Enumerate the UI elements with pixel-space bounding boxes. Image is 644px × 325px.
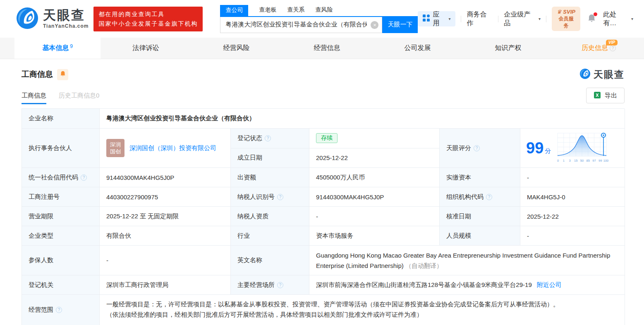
export-button[interactable]: 导出 (586, 88, 625, 103)
apps-menu[interactable]: 应用 ▾ (418, 11, 455, 26)
svg-text:50: 50 (580, 159, 584, 162)
clear-search-icon[interactable]: × (371, 21, 378, 29)
company-type-value: 有限合伙 (100, 226, 231, 246)
svg-text:3: 3 (569, 159, 571, 162)
apps-grid-icon (423, 14, 430, 23)
brand-domain: TianYanCha.com (43, 23, 89, 29)
tianyancha-logo[interactable]: 天眼查 TianYanCha.com (16, 7, 89, 31)
user-account-menu[interactable]: 此处有… ▾ (603, 10, 633, 28)
industry-label: 行业 (231, 226, 309, 246)
registration-authority-value: 深圳市工商行政管理局 (100, 275, 231, 295)
vip-badge: VIP (606, 40, 618, 45)
svip-service-label: 会员服务 (556, 15, 576, 29)
chevron-down-icon: ▾ (631, 17, 633, 21)
svg-text:99: 99 (599, 159, 602, 162)
company-nav-tabs: 基本信息 9 法律诉讼 经营风险 经营信息 公司发展 知识产权 VIP 历史信息… (0, 38, 644, 59)
help-icon[interactable]: ? (486, 194, 492, 200)
company-type-label: 企业类型 (22, 226, 100, 246)
score-unit: 分 (545, 147, 551, 155)
nearby-companies-link[interactable]: 附近公司 (537, 281, 562, 289)
english-name-value: Guangdong Hong Kong Macao Greater Bay Ar… (309, 246, 625, 275)
english-name-text: Guangdong Hong Kong Macao Greater Bay Ar… (316, 252, 610, 269)
capital-value: 4505000万人民币 (309, 168, 440, 187)
excel-icon (594, 91, 601, 100)
tab-basic-info-count: 9 (70, 43, 73, 49)
business-scope-line2: （依法须经批准的项目，经相关部门批准后方可开展经营活动，具体经营项目以相关部门批… (106, 309, 618, 320)
credit-code-label-text: 统一社会信用代码 (29, 174, 78, 182)
approval-date-label: 核准日期 (440, 207, 520, 226)
search-tab-boss[interactable]: 查老板 (259, 6, 276, 16)
section-title: 工商信息 (22, 69, 53, 80)
svg-text:97: 97 (593, 159, 596, 162)
tab-intellectual-property[interactable]: 知识产权 (463, 38, 553, 59)
company-name-label: 企业名称 (22, 109, 100, 129)
score-number: 99 (526, 140, 543, 156)
user-account-label: 此处有… (603, 10, 629, 28)
enterprise-products-menu[interactable]: 企业级产品 ▾ (504, 10, 541, 28)
org-code-value: MAK4HG5J-0 (520, 187, 625, 207)
header-actions: 应用 ▾ 商务合作 企业级产品 ▾ ♛ SVIP 会员服务 此处有… ▾ (418, 7, 644, 31)
subtab-history-count: 0 (96, 92, 99, 99)
svip-member-button[interactable]: ♛ SVIP 会员服务 (552, 7, 580, 31)
tab-company-development[interactable]: 公司发展 (372, 38, 463, 59)
help-icon[interactable]: ? (610, 45, 616, 51)
alert-bell-icon (60, 71, 66, 79)
tab-legal-proceedings[interactable]: 法律诉讼 (101, 38, 191, 59)
business-address-label-text: 主要经营场所 (237, 281, 275, 289)
search-button[interactable]: 天眼一下 (382, 16, 418, 33)
notifications-button[interactable] (587, 14, 596, 24)
search-tab-risk[interactable]: 查风险 (315, 6, 333, 16)
status-badge: 存续 (316, 133, 338, 143)
search-input[interactable] (220, 17, 382, 33)
business-cooperation-link[interactable]: 商务合作 (467, 10, 493, 28)
search-tab-relation[interactable]: 查关系 (287, 6, 304, 16)
help-icon[interactable]: ? (474, 145, 480, 151)
chevron-down-icon: ▾ (448, 17, 450, 21)
subtab-history-label: 历史工商信息 (59, 92, 96, 99)
subtab-history-registration[interactable]: 历史工商信息0 (59, 92, 99, 100)
bell-icon (587, 17, 596, 24)
subscribe-alert-button[interactable] (57, 69, 68, 80)
taxpayer-qualification-value: - (309, 207, 440, 226)
registration-number-label: 工商注册号 (22, 187, 100, 207)
apps-label: 应用 (433, 10, 445, 28)
svg-text:85: 85 (587, 159, 590, 162)
registration-status-text: 登记状态 (237, 134, 262, 142)
approval-date-value: 2025-12-22 (520, 207, 625, 226)
paid-capital-label: 实缴资本 (440, 168, 520, 187)
score-chart: 0 1 3 15 50 85 97 99 100 (556, 131, 609, 165)
top-header: 天眼查 TianYanCha.com 都在用的商业查询工具 国家中小企业发展子基… (0, 0, 644, 38)
english-name-label: 英文名称 (231, 246, 309, 275)
partner-company-link[interactable]: 深润国创（深圳）投资有限公司 (129, 144, 216, 152)
promo-line-2: 国家中小企业发展子基金旗下机构 (98, 19, 198, 29)
tab-business-info[interactable]: 经营信息 (282, 38, 372, 59)
business-scope-value: 一般经营项目是：无，许可经营项目是：以私募基金从事股权投资、投资管理、资产管理等… (100, 295, 625, 325)
tab-operational-risk[interactable]: 经营风险 (191, 38, 282, 59)
help-icon[interactable]: ? (265, 135, 271, 141)
taxpayer-id-label-text: 纳税人识别号 (237, 193, 275, 201)
svg-text:1: 1 (563, 159, 565, 162)
subtab-business-registration[interactable]: 工商信息 (22, 92, 46, 100)
industry-value: 资本市场服务 (309, 226, 440, 246)
taxpayer-qualification-label: 纳税人资质 (231, 207, 309, 226)
business-scope-label: 经营范围 ? (22, 295, 100, 325)
promo-line-1: 都在用的商业查询工具 (98, 10, 198, 19)
help-icon[interactable]: ? (277, 194, 283, 200)
watermark-text: 天眼查 (594, 68, 625, 81)
tab-basic-info-label: 基本信息 (42, 44, 69, 53)
establish-date-value: 2025-12-22 (309, 148, 440, 168)
paid-capital-value: - (520, 168, 625, 187)
tab-history-info[interactable]: VIP 历史信息 ? (553, 38, 644, 59)
enterprise-products-label: 企业级产品 (504, 10, 536, 28)
brand-name: 天眼查 (43, 9, 89, 22)
search-tab-company[interactable]: 查公司 (220, 5, 248, 16)
help-icon[interactable]: ? (81, 174, 87, 181)
taxpayer-id-label: 纳税人识别号 ? (231, 187, 309, 207)
svg-text:100: 100 (603, 159, 609, 162)
partner-logo[interactable]: 深润 国创 (106, 139, 124, 157)
registration-status-value: 存续 (309, 129, 440, 148)
executive-partner-label: 执行事务合伙人 (22, 129, 100, 168)
help-icon[interactable]: ? (56, 307, 62, 313)
tab-basic-info[interactable]: 基本信息 9 (14, 38, 101, 59)
help-icon[interactable]: ? (277, 282, 283, 288)
